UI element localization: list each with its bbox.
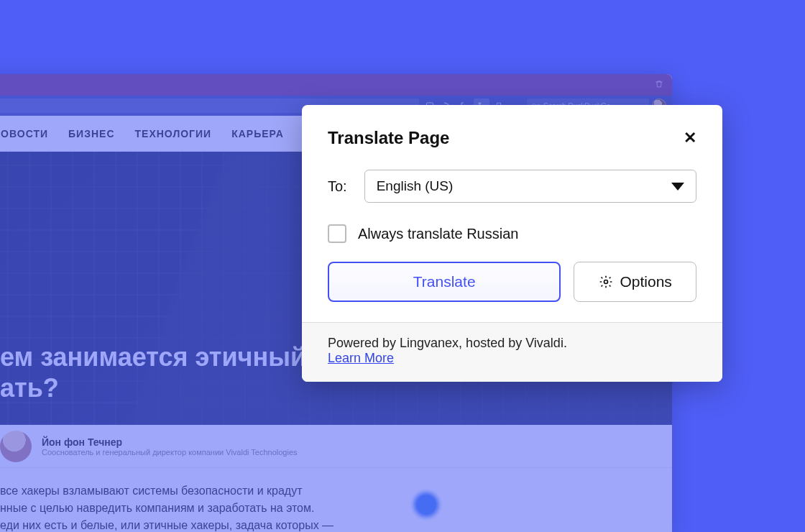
nav-item-news[interactable]: НОВОСТИ xyxy=(0,128,48,139)
selected-language: English (US) xyxy=(377,178,454,194)
options-button[interactable]: Options xyxy=(574,262,696,302)
translate-button[interactable]: Translate xyxy=(328,262,561,302)
article-line: еди них есть и белые, или этичные хакеры… xyxy=(0,517,388,532)
hero-title-line2: ать? xyxy=(0,372,306,403)
author-avatar[interactable] xyxy=(0,431,32,462)
always-translate-row: Always translate Russian xyxy=(328,224,696,243)
popup-title: Translate Page xyxy=(328,128,449,148)
language-select[interactable]: English (US) xyxy=(364,170,696,203)
hero-title: ем занимается этичный ать? xyxy=(0,341,321,403)
hero-title-line1: ем занимается этичный xyxy=(0,341,306,372)
options-button-label: Options xyxy=(620,273,672,290)
trash-icon[interactable] xyxy=(653,78,665,90)
language-row: To: English (US) xyxy=(328,170,696,203)
author-role: Сооснователь и генеральный директор комп… xyxy=(42,448,298,457)
tab-strip: м зан + xyxy=(0,74,672,96)
nav-item-tech[interactable]: ТЕХНОЛОГИИ xyxy=(135,128,212,139)
always-translate-checkbox[interactable] xyxy=(328,224,346,243)
article-body: все хакеры взламывают системы безопаснос… xyxy=(0,468,402,532)
popup-footer: Powered by Lingvanex, hosted by Vivaldi.… xyxy=(302,322,722,382)
aside-graphic xyxy=(410,488,443,521)
close-icon: ✕ xyxy=(684,129,696,147)
translate-popup: Translate Page ✕ To: English (US) Always… xyxy=(302,105,722,382)
author-name: Йон фон Течнер xyxy=(42,436,298,448)
button-row: Translate Options xyxy=(328,262,696,302)
popup-arrow xyxy=(506,105,523,106)
popup-body: Translate Page ✕ To: English (US) Always… xyxy=(302,105,722,322)
article-line: нные с целью навредить компаниям и зараб… xyxy=(0,500,388,517)
gear-icon xyxy=(599,275,613,289)
chevron-down-icon xyxy=(671,183,684,191)
to-label: To: xyxy=(328,178,347,195)
close-button[interactable]: ✕ xyxy=(684,130,696,146)
footer-text: Powered by Lingvanex, hosted by Vivaldi. xyxy=(328,336,567,350)
author-bar: Йон фон Течнер Сооснователь и генеральны… xyxy=(0,425,672,468)
svg-point-2 xyxy=(604,280,607,284)
nav-item-career[interactable]: КАРЬЕРА xyxy=(231,128,284,139)
always-translate-label: Always translate Russian xyxy=(358,226,518,242)
author-meta: Йон фон Течнер Сооснователь и генеральны… xyxy=(42,436,298,457)
article-line: все хакеры взламывают системы безопаснос… xyxy=(0,482,388,500)
translate-button-label: Translate xyxy=(413,273,476,290)
popup-header: Translate Page ✕ xyxy=(328,128,696,148)
learn-more-link[interactable]: Learn More xyxy=(328,351,394,365)
nav-item-business[interactable]: БИЗНЕС xyxy=(68,128,114,139)
